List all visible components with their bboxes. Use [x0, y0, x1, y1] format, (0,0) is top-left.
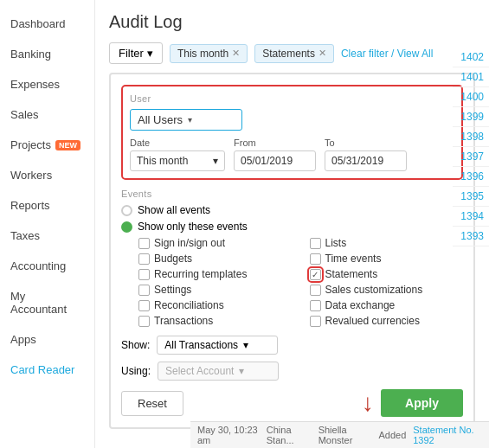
sidebar-item-reports[interactable]: Reports [0, 190, 94, 221]
status-bar: May 30, 10:23 am China Stan... Shiella M… [190, 421, 489, 448]
checkbox-sales-customizations[interactable]: Sales customizations [310, 284, 464, 296]
audit-log-number[interactable]: 1399 [453, 107, 489, 127]
user-select[interactable]: All Users ▾ [130, 109, 242, 131]
chip-label: Statements [262, 48, 315, 60]
checkbox-sign-in[interactable]: Sign in/sign out [138, 237, 293, 249]
checkbox-label: Reconciliations [154, 299, 224, 311]
chip-label: This month [177, 48, 228, 60]
checkbox-label: Data exchange [325, 299, 396, 311]
show-label: Show: [121, 339, 150, 351]
to-input[interactable] [325, 150, 407, 171]
show-select[interactable]: All Transactions ▾ [157, 336, 278, 355]
statement-link[interactable]: Statement No. 1392 [413, 425, 482, 445]
checkbox-label: Revalued currencies [325, 315, 420, 327]
sidebar-item-dashboard[interactable]: Dashboard [0, 9, 94, 39]
sidebar-item-label: Reports [10, 199, 50, 212]
audit-log-number[interactable]: 1395 [453, 187, 489, 207]
sidebar-item-label: Sales [10, 108, 39, 121]
checkbox-icon [310, 300, 321, 311]
checkbox-icon [138, 285, 150, 296]
filter-label: Filter [119, 47, 144, 60]
checkbox-label: Statements [325, 268, 378, 280]
checkbox-icon [138, 300, 150, 311]
checkbox-label: Transactions [154, 315, 213, 327]
apply-button[interactable]: Apply [381, 389, 463, 417]
to-field: To [325, 138, 407, 171]
statements-chip[interactable]: Statements ✕ [254, 44, 334, 63]
checkbox-revalued-currencies[interactable]: Revalued currencies [310, 315, 464, 327]
using-row: Using: Select Account ▾ [121, 362, 463, 381]
audit-log-number[interactable]: 1402 [453, 48, 489, 67]
close-icon[interactable]: ✕ [318, 48, 326, 59]
show-only-events-radio[interactable]: Show only these events [121, 221, 463, 233]
clear-filter-link[interactable]: Clear filter / View All [341, 48, 433, 60]
user-date-section: User All Users ▾ Date This month ▾ From [121, 85, 463, 180]
from-input[interactable] [234, 150, 316, 171]
checkbox-recurring-templates[interactable]: Recurring templates [138, 268, 293, 280]
checkbox-time-events[interactable]: Time events [310, 253, 464, 265]
date-value: This month [137, 155, 188, 167]
audit-log-number[interactable]: 1396 [453, 167, 489, 187]
sidebar-item-my-accountant[interactable]: My Accountant [0, 281, 94, 324]
from-field: From [234, 138, 316, 171]
sidebar-item-expenses[interactable]: Expenses [0, 69, 94, 99]
sidebar-item-projects[interactable]: Projects NEW [0, 130, 94, 160]
filter-button[interactable]: Filter ▾ [109, 42, 163, 64]
checkbox-icon [310, 253, 321, 265]
close-icon[interactable]: ✕ [232, 48, 240, 59]
checkbox-budgets[interactable]: Budgets [138, 253, 293, 265]
checkbox-icon [138, 238, 150, 249]
this-month-chip[interactable]: This month ✕ [170, 44, 248, 63]
checkbox-label: Recurring templates [154, 268, 247, 280]
arrow-down-icon: ↓ [362, 391, 374, 415]
chevron-down-icon: ▾ [147, 47, 153, 60]
sidebar-item-taxes[interactable]: Taxes [0, 221, 94, 251]
checkbox-statements[interactable]: Statements [310, 268, 464, 280]
sidebar-item-workers[interactable]: Workers [0, 160, 94, 190]
reset-button[interactable]: Reset [121, 391, 183, 416]
checkbox-icon [310, 269, 321, 280]
sidebar-item-apps[interactable]: Apps [0, 324, 94, 355]
checkbox-label: Time events [325, 253, 382, 265]
checkbox-transactions[interactable]: Transactions [138, 315, 293, 327]
checkbox-icon [310, 238, 321, 249]
checkbox-icon [138, 269, 150, 280]
sidebar-item-sales[interactable]: Sales [0, 99, 94, 130]
right-numbers: 1402 1401 1400 1399 1398 1397 1396 1395 … [453, 48, 489, 246]
checkbox-reconciliations[interactable]: Reconciliations [138, 299, 293, 311]
checkbox-label: Lists [325, 237, 347, 249]
sidebar-item-label: Projects [10, 138, 51, 151]
chevron-down-icon: ▾ [213, 155, 218, 167]
button-row: Reset ↓ Apply [121, 389, 463, 417]
chevron-down-icon: ▾ [239, 365, 244, 377]
show-row: Show: All Transactions ▾ [121, 336, 463, 355]
checkbox-data-exchange[interactable]: Data exchange [310, 299, 464, 311]
sidebar-item-banking[interactable]: Banking [0, 39, 94, 69]
audit-log-number[interactable]: 1401 [453, 67, 489, 87]
show-all-events-radio[interactable]: Show all events [121, 204, 463, 216]
sidebar-item-card-reader[interactable]: Card Reader [0, 355, 94, 385]
checkbox-label: Settings [154, 284, 191, 296]
checkbox-lists[interactable]: Lists [310, 237, 464, 249]
status-date: May 30, 10:23 am [197, 425, 260, 445]
using-select[interactable]: Select Account ▾ [158, 362, 279, 381]
audit-log-number[interactable]: 1398 [453, 127, 489, 147]
radio-only-label: Show only these events [138, 221, 248, 233]
radio-all-label: Show all events [138, 204, 210, 216]
page-title: Audit Log [109, 12, 475, 32]
chevron-down-icon: ▾ [188, 115, 192, 125]
audit-log-number[interactable]: 1394 [453, 207, 489, 227]
status-user: Shiella Monster [318, 425, 372, 445]
sidebar-item-accounting[interactable]: Accounting [0, 251, 94, 281]
sidebar-item-label: Banking [10, 48, 51, 61]
audit-log-number[interactable]: 1400 [453, 87, 489, 107]
checkbox-icon [138, 316, 150, 327]
using-label: Using: [121, 365, 151, 377]
audit-log-number[interactable]: 1397 [453, 147, 489, 167]
date-label: Date [130, 138, 225, 148]
audit-log-number[interactable]: 1393 [453, 227, 489, 246]
checkbox-icon [310, 316, 321, 327]
date-select[interactable]: This month ▾ [130, 150, 225, 171]
sidebar-item-label: My Accountant [10, 290, 84, 316]
checkbox-settings[interactable]: Settings [138, 284, 293, 296]
